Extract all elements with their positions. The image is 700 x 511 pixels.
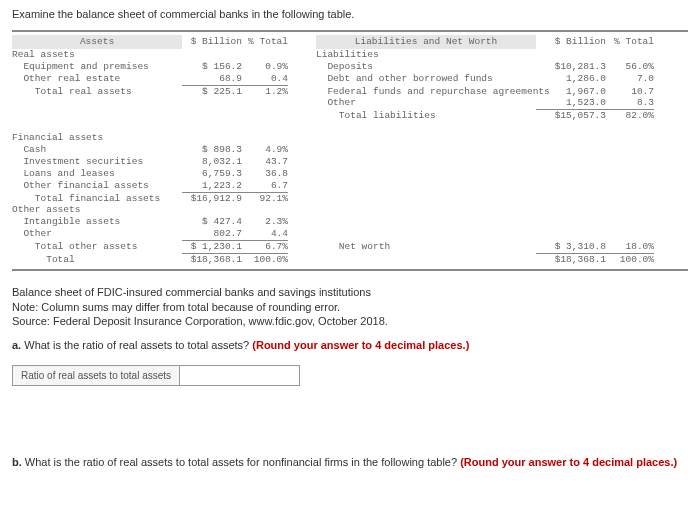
row-pct: 0.4 bbox=[242, 73, 288, 86]
row-bill: 1,523.0 bbox=[536, 97, 606, 110]
row-pct: 6.7% bbox=[242, 241, 288, 254]
col-pct: % Total bbox=[242, 35, 288, 49]
row-bill: $10,281.3 bbox=[536, 61, 606, 73]
row-bill: 1,967.0 bbox=[536, 86, 606, 98]
row-pct: 36.8 bbox=[242, 168, 288, 180]
input-label: Ratio of real assets to total assets bbox=[12, 365, 180, 386]
row-pct: 100.0% bbox=[606, 254, 654, 266]
row-pct: 1.2% bbox=[242, 86, 288, 98]
row-bill: 68.9 bbox=[182, 73, 242, 86]
row-bill: 1,286.0 bbox=[536, 73, 606, 86]
row-pct: 100.0% bbox=[242, 254, 288, 266]
row-pct: 43.7 bbox=[242, 156, 288, 168]
row-pct: 10.7 bbox=[606, 86, 654, 98]
row-pct: 8.3 bbox=[606, 97, 654, 110]
row-name: Total liabilities bbox=[316, 110, 536, 122]
note-line: Note: Column sums may differ from total … bbox=[12, 300, 688, 315]
row-pct: 82.0% bbox=[606, 110, 654, 122]
col-billion-r: $ Billion bbox=[536, 35, 606, 49]
row-pct: 18.0% bbox=[606, 241, 654, 254]
row-bill: $ 427.4 bbox=[182, 216, 242, 228]
row-bill: $ 898.3 bbox=[182, 144, 242, 156]
row-name: Federal funds and repurchase agreements bbox=[316, 86, 536, 98]
row-name: Other bbox=[12, 228, 182, 241]
q-label: a. bbox=[12, 339, 21, 351]
row-pct: 4.9% bbox=[242, 144, 288, 156]
note-line: Source: Federal Deposit Insurance Corpor… bbox=[12, 314, 688, 329]
row-bill: $16,912.9 bbox=[182, 193, 242, 205]
row-name: Investment securities bbox=[12, 156, 182, 168]
row-name: Other financial assets bbox=[12, 180, 182, 193]
row-name: Debt and other borrowed funds bbox=[316, 73, 536, 86]
row-bill: $18,368.1 bbox=[182, 254, 242, 266]
row-bill: $18,368.1 bbox=[536, 254, 606, 266]
balance-sheet-table: Assets $ Billion % Total Liabilities and… bbox=[12, 30, 688, 271]
col-pct-r: % Total bbox=[606, 35, 654, 49]
q-text: What is the ratio of real assets to tota… bbox=[22, 456, 460, 468]
row-name: Total other assets bbox=[12, 241, 182, 254]
row-name: Loans and leases bbox=[12, 168, 182, 180]
intro-text: Examine the balance sheet of commercial … bbox=[12, 8, 688, 20]
row-pct: 4.4 bbox=[242, 228, 288, 241]
row-name: Other bbox=[316, 97, 536, 110]
row-pct: 7.0 bbox=[606, 73, 654, 86]
row-bill: $15,057.3 bbox=[536, 110, 606, 122]
row-pct: 0.9% bbox=[242, 61, 288, 73]
row-name: Total real assets bbox=[12, 86, 182, 98]
section-title: Other assets bbox=[12, 204, 182, 216]
question-a: a. What is the ratio of real assets to t… bbox=[12, 339, 688, 351]
row-bill: 1,223.2 bbox=[182, 180, 242, 193]
row-pct: 2.3% bbox=[242, 216, 288, 228]
row-name: Intangible assets bbox=[12, 216, 182, 228]
row-name: Deposits bbox=[316, 61, 536, 73]
ratio-input[interactable] bbox=[180, 365, 300, 386]
row-name: Other real estate bbox=[12, 73, 182, 86]
q-hint: (Round your answer to 4 decimal places.) bbox=[460, 456, 677, 468]
row-name: Total financial assets bbox=[12, 193, 182, 205]
col-lnw: Liabilities and Net Worth bbox=[316, 35, 536, 49]
row-pct: 56.0% bbox=[606, 61, 654, 73]
section-title: Financial assets bbox=[12, 132, 182, 144]
row-bill: 8,032.1 bbox=[182, 156, 242, 168]
note-line: Balance sheet of FDIC-insured commercial… bbox=[12, 285, 688, 300]
q-text: What is the ratio of real assets to tota… bbox=[21, 339, 252, 351]
row-bill: 6,759.3 bbox=[182, 168, 242, 180]
question-b: b. What is the ratio of real assets to t… bbox=[12, 456, 688, 468]
row-name: Net worth bbox=[316, 241, 536, 254]
q-hint: (Round your answer to 4 decimal places.) bbox=[252, 339, 469, 351]
row-pct: 6.7 bbox=[242, 180, 288, 193]
col-billion: $ Billion bbox=[182, 35, 242, 49]
answer-input-row: Ratio of real assets to total assets bbox=[12, 365, 688, 386]
row-name: Cash bbox=[12, 144, 182, 156]
row-bill: 802.7 bbox=[182, 228, 242, 241]
row-name: Total bbox=[12, 254, 182, 266]
row-name: Equipment and premises bbox=[12, 61, 182, 73]
section-title: Liabilities bbox=[316, 49, 536, 61]
row-pct: 92.1% bbox=[242, 193, 288, 205]
section-title: Real assets bbox=[12, 49, 182, 61]
row-bill: $ 156.2 bbox=[182, 61, 242, 73]
row-bill: $ 225.1 bbox=[182, 86, 242, 98]
notes-block: Balance sheet of FDIC-insured commercial… bbox=[12, 285, 688, 330]
col-assets: Assets bbox=[12, 35, 182, 49]
q-label: b. bbox=[12, 456, 22, 468]
row-bill: $ 3,310.8 bbox=[536, 241, 606, 254]
row-bill: $ 1,230.1 bbox=[182, 241, 242, 254]
